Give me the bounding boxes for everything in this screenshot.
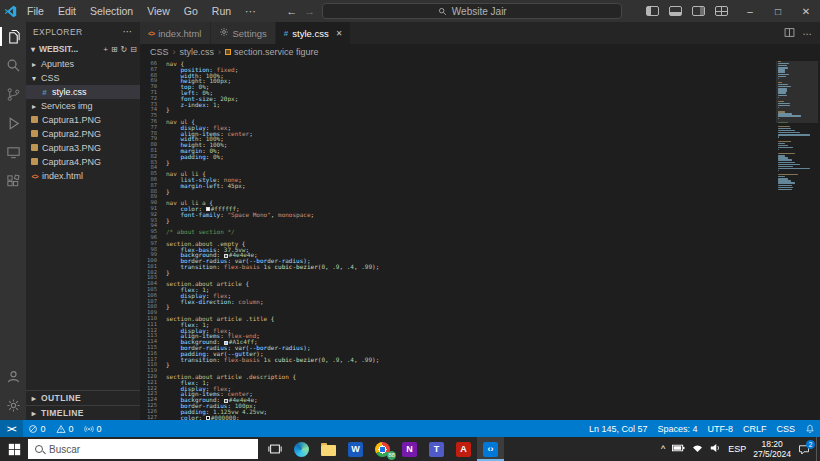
menu-selection[interactable]: Selection <box>83 0 140 22</box>
taskbar-app-file-explorer[interactable] <box>315 437 342 461</box>
breadcrumb-item-css[interactable]: CSS <box>150 47 169 57</box>
chevron-right-icon: › <box>218 47 221 57</box>
tree-item-captura4-png[interactable]: Captura4.PNG <box>26 155 140 169</box>
command-center-search[interactable]: Website Jair <box>322 3 622 19</box>
toggle-primary-sidebar-icon[interactable] <box>646 6 659 16</box>
toggle-panel-icon[interactable] <box>669 6 682 16</box>
minimap-line <box>778 69 785 70</box>
tree-item-label: Captura3.PNG <box>42 143 101 153</box>
ports-forwarded[interactable]: 0 <box>79 420 107 437</box>
tab-style-css[interactable]: #style.css✕ <box>276 22 352 44</box>
menu-view[interactable]: View <box>140 0 177 22</box>
tree-item-captura2-png[interactable]: Captura2.PNG <box>26 127 140 141</box>
network-icon[interactable] <box>692 444 703 455</box>
tree-item-captura3-png[interactable]: Captura3.PNG <box>26 141 140 155</box>
tree-item-apuntes[interactable]: ▸Apuntes <box>26 57 140 71</box>
volume-icon[interactable] <box>710 443 721 455</box>
css-icon: # <box>284 29 288 38</box>
clock[interactable]: 18:2027/5/2024 <box>753 439 791 459</box>
more-actions-icon[interactable]: ⋯ <box>803 28 813 39</box>
collapse-all-icon[interactable]: ⊟ <box>130 45 137 54</box>
panel-outline[interactable]: ▸OUTLINE <box>26 390 140 405</box>
symbol-class-icon <box>225 49 231 55</box>
new-folder-icon[interactable]: ⊞ <box>111 45 118 54</box>
start-button[interactable] <box>0 437 28 461</box>
source-control-icon[interactable] <box>0 80 26 109</box>
taskbar-app-acrobat[interactable]: A <box>450 437 477 461</box>
indentation[interactable]: Spaces: 4 <box>652 420 702 437</box>
breadcrumb-item-style-css[interactable]: style.css <box>180 47 215 57</box>
acrobat-icon: A <box>456 442 471 457</box>
explorer-icon[interactable] <box>0 22 26 51</box>
toggle-secondary-sidebar-icon[interactable] <box>692 6 705 16</box>
taskbar-app-chrome[interactable]: 88 <box>369 437 396 461</box>
html-icon: <> <box>148 30 154 37</box>
encoding[interactable]: UTF-8 <box>702 420 738 437</box>
menu-edit[interactable]: Edit <box>51 0 83 22</box>
taskbar-app-edge[interactable] <box>288 437 315 461</box>
minimize-button[interactable]: – <box>736 0 764 22</box>
account-icon[interactable] <box>0 362 26 391</box>
refresh-icon[interactable]: ↻ <box>121 45 128 54</box>
tree-item-captura1-png[interactable]: Captura1.PNG <box>26 113 140 127</box>
gear-icon <box>219 27 229 39</box>
language-indicator[interactable]: ESP <box>728 444 746 454</box>
nav-back-icon[interactable]: ← <box>286 5 297 17</box>
taskbar-app-task-view[interactable] <box>261 437 288 461</box>
taskbar-app-word[interactable]: W <box>342 437 369 461</box>
run-and-debug-icon[interactable] <box>0 109 26 138</box>
views-more-icon[interactable]: ⋯ <box>123 26 133 37</box>
tab-settings[interactable]: Settings <box>211 22 276 44</box>
panel-timeline[interactable]: ▸TIMELINE <box>26 405 140 420</box>
tab-label: index.html <box>158 28 201 39</box>
minimap-line <box>778 145 788 146</box>
taskbar-app-vscode[interactable]: ‹› <box>477 437 504 461</box>
breadcrumb-item-section-service-figure[interactable]: section.service figure <box>225 47 319 57</box>
file-explorer-icon <box>321 445 336 456</box>
menu-file[interactable]: File <box>20 0 51 22</box>
minimap[interactable] <box>778 61 814 191</box>
notifications[interactable] <box>800 420 820 437</box>
maximize-button[interactable]: □ <box>764 0 792 22</box>
tree-item-services-img[interactable]: ▸Services img <box>26 99 140 113</box>
extensions-icon[interactable] <box>0 167 26 196</box>
nav-forward-icon[interactable]: → <box>304 5 315 17</box>
new-file-icon[interactable]: + <box>103 45 108 54</box>
menu-more[interactable]: ⋯ <box>238 0 263 22</box>
image-file-icon <box>30 143 39 153</box>
code-editor[interactable]: 66nav {67 position: fixed;68 width: 100%… <box>140 59 820 420</box>
hidden-icons-chevron[interactable]: ^ <box>661 444 665 454</box>
manage-icon[interactable] <box>0 391 26 420</box>
menu-run[interactable]: Run <box>205 0 238 22</box>
close-icon[interactable]: ✕ <box>336 29 343 38</box>
customize-layout-icon[interactable] <box>715 6 728 16</box>
problems-errors[interactable]: 0 <box>23 420 51 437</box>
minimap-line <box>778 130 795 131</box>
remote-indicator[interactable]: >< <box>0 420 23 437</box>
editor-group: <>index.htmlSettings#style.css✕⋯ CSS›sty… <box>140 22 820 420</box>
split-editor-icon[interactable] <box>784 27 795 40</box>
workspace-section-header[interactable]: ▾ WEBSIT... +⊞↻⊟ <box>26 41 140 57</box>
close-button[interactable]: ✕ <box>792 0 820 22</box>
show-desktop-button[interactable] <box>816 437 820 461</box>
breadcrumb: CSS›style.css›section.service figure <box>140 44 820 59</box>
tab-index-html[interactable]: <>index.html <box>140 22 211 44</box>
notification-center-button[interactable]: 2 <box>798 444 810 455</box>
problems-warnings[interactable]: 0 <box>51 420 79 437</box>
search-icon[interactable] <box>0 51 26 80</box>
minimap-line <box>778 166 793 167</box>
taskbar-app-teams[interactable]: T <box>423 437 450 461</box>
taskbar-search-input[interactable]: Buscar <box>28 439 258 459</box>
tree-item-index-html[interactable]: <>index.html <box>26 169 140 183</box>
end-of-line[interactable]: CRLF <box>738 420 772 437</box>
language-mode[interactable]: CSS <box>771 420 800 437</box>
code-line[interactable]: 127 color: #000000; <box>140 415 820 420</box>
taskbar-app-onenote[interactable]: N <box>396 437 423 461</box>
battery-icon[interactable] <box>672 443 685 455</box>
search-icon <box>438 7 447 16</box>
remote-explorer-icon[interactable] <box>0 138 26 167</box>
tree-item-css[interactable]: ▾CSS <box>26 71 140 85</box>
tree-item-style-css[interactable]: #style.css <box>26 85 140 99</box>
cursor-position[interactable]: Ln 145, Col 57 <box>584 420 653 437</box>
menu-go[interactable]: Go <box>177 0 205 22</box>
